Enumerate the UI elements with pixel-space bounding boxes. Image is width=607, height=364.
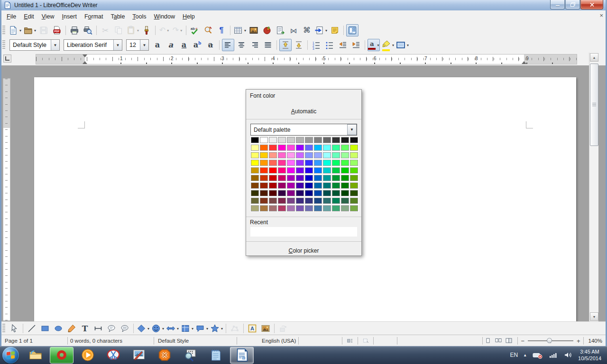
menu-file[interactable]: File: [3, 12, 20, 21]
numbered-list-button[interactable]: 123: [310, 39, 322, 51]
color-swatch[interactable]: [287, 145, 295, 151]
vertical-scrollbar[interactable]: ▲ ▼: [589, 53, 598, 321]
color-swatch[interactable]: [278, 160, 286, 166]
tab-stop-type-selector[interactable]: [3, 55, 11, 63]
color-swatch[interactable]: [251, 152, 259, 158]
zoom-slider[interactable]: −+: [517, 337, 583, 345]
taskbar-paint[interactable]: [128, 347, 150, 363]
color-swatch[interactable]: [269, 167, 277, 173]
color-swatch[interactable]: [341, 145, 349, 151]
flowchart-button[interactable]: ▾: [180, 322, 194, 335]
print-button[interactable]: [68, 24, 81, 36]
color-swatch[interactable]: [332, 152, 340, 158]
status-word-count[interactable]: 0 words, 0 characters: [68, 337, 154, 345]
color-swatch[interactable]: [314, 160, 322, 166]
color-swatch[interactable]: [251, 175, 259, 181]
color-swatch[interactable]: [278, 145, 286, 151]
color-swatch[interactable]: [350, 205, 358, 211]
color-swatch[interactable]: [251, 145, 259, 151]
dropdown-arrow-icon[interactable]: ▾: [407, 43, 409, 47]
align-center-button[interactable]: [235, 39, 248, 51]
clone-formatting-button[interactable]: [140, 24, 153, 36]
color-swatch[interactable]: [332, 175, 340, 181]
color-swatch[interactable]: [296, 152, 304, 158]
color-swatch[interactable]: [323, 182, 331, 189]
background-color-button[interactable]: ▾: [395, 39, 409, 51]
color-swatch[interactable]: [305, 160, 313, 166]
insert-comment-button[interactable]: [329, 24, 341, 36]
increase-indent-button[interactable]: [350, 39, 362, 51]
color-swatch[interactable]: [287, 167, 295, 173]
color-swatch[interactable]: [350, 182, 358, 189]
dropdown-arrow-icon[interactable]: ▾: [244, 28, 246, 33]
zoom-level[interactable]: 140%: [584, 338, 607, 344]
color-swatch[interactable]: [305, 175, 313, 181]
sidebar-toggle-button[interactable]: [346, 24, 359, 36]
color-swatch[interactable]: [296, 198, 304, 204]
color-swatch[interactable]: [323, 137, 331, 143]
text-animation-button[interactable]: [92, 322, 104, 335]
taskbar-magnifier-app[interactable]: [179, 347, 202, 363]
insert-text-box-button[interactable]: T: [79, 322, 91, 335]
color-swatch[interactable]: [341, 160, 349, 166]
color-swatch[interactable]: [314, 198, 322, 204]
color-swatch[interactable]: [269, 137, 277, 143]
color-swatch[interactable]: [278, 152, 286, 158]
color-swatch[interactable]: [260, 167, 268, 173]
basic-shapes-button[interactable]: ▾: [136, 322, 150, 335]
color-swatch[interactable]: [296, 205, 304, 211]
taskbar-snipping-tool[interactable]: [102, 347, 125, 363]
paragraph-style-dropdown-icon[interactable]: ▼: [51, 40, 59, 50]
color-swatch[interactable]: [305, 190, 313, 196]
color-swatch[interactable]: [314, 167, 322, 173]
taskbar-writer[interactable]: [230, 347, 254, 364]
color-swatch[interactable]: [341, 152, 349, 158]
stars-button[interactable]: ▾: [210, 322, 223, 335]
automatic-color-button[interactable]: Automatic: [247, 107, 361, 116]
color-swatch[interactable]: [350, 137, 358, 143]
print-preview-button[interactable]: [82, 24, 94, 36]
insert-mode-icon[interactable]: [346, 337, 355, 345]
decrease-indent-button[interactable]: [337, 39, 349, 51]
color-swatch[interactable]: [305, 205, 313, 211]
color-swatch[interactable]: [323, 205, 331, 211]
color-swatch[interactable]: [350, 175, 358, 181]
color-swatch[interactable]: [260, 198, 268, 204]
page-view-book-button[interactable]: [504, 337, 514, 345]
color-swatch[interactable]: [269, 145, 277, 151]
color-swatch[interactable]: [278, 137, 286, 143]
dropdown-arrow-icon[interactable]: ▾: [147, 327, 149, 331]
dropdown-arrow-icon[interactable]: ▾: [206, 327, 208, 331]
taskbar-notepad[interactable]: [204, 347, 227, 363]
color-swatch[interactable]: [260, 152, 268, 158]
color-swatch[interactable]: [305, 198, 313, 204]
color-swatch[interactable]: [260, 137, 268, 143]
zoom-in-icon[interactable]: +: [577, 338, 580, 344]
color-swatch[interactable]: [314, 145, 322, 151]
insert-special-character-button[interactable]: ⌘: [301, 24, 313, 36]
dropdown-arrow-icon[interactable]: ▾: [34, 28, 36, 33]
tray-language[interactable]: EN: [510, 352, 518, 358]
page-view-single-button[interactable]: [483, 337, 493, 345]
color-swatch[interactable]: [296, 182, 304, 189]
align-right-button[interactable]: [248, 39, 261, 51]
status-modified[interactable]: [374, 337, 397, 345]
color-swatch[interactable]: [287, 190, 295, 196]
align-left-button[interactable]: [222, 39, 234, 51]
color-swatch[interactable]: [269, 190, 277, 196]
color-swatch[interactable]: [332, 167, 340, 173]
color-swatch[interactable]: [350, 198, 358, 204]
color-swatch[interactable]: [341, 205, 349, 211]
align-justify-button[interactable]: [262, 39, 274, 51]
color-swatch[interactable]: [251, 190, 259, 196]
color-swatch[interactable]: [341, 182, 349, 189]
color-swatch[interactable]: [278, 182, 286, 189]
color-swatch[interactable]: [341, 167, 349, 173]
menu-format[interactable]: Format: [81, 12, 107, 21]
decrease-paragraph-spacing-button[interactable]: [293, 39, 305, 51]
color-swatch[interactable]: [323, 198, 331, 204]
minimize-button[interactable]: [550, 0, 565, 9]
page-view-multi-button[interactable]: [494, 337, 503, 345]
insert-chart-button[interactable]: [261, 24, 273, 36]
color-swatch[interactable]: [314, 175, 322, 181]
